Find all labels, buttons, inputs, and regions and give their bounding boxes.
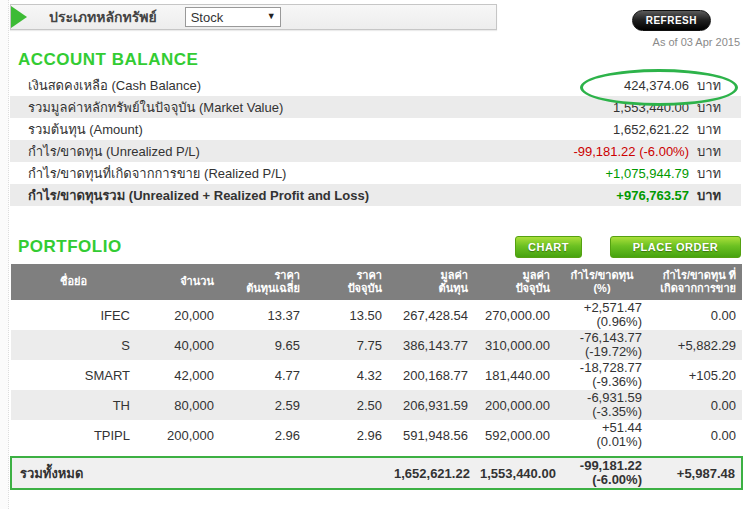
balance-row-unrealized-pl: กำไร/ขาดทุน (Unrealized P/L) -99,181.22 … <box>10 140 741 162</box>
col-header-avg-cost: ราคาต้นทุนเฉลี่ย <box>220 264 306 300</box>
cell-avg-cost: 13.37 <box>220 300 306 330</box>
security-type-select-wrap: Stock ▼ <box>185 7 281 27</box>
cell-quantity: 200,000 <box>136 420 220 450</box>
place-order-button[interactable]: PLACE ORDER <box>610 236 741 258</box>
pl-percent: (-3.35%) <box>562 405 642 419</box>
col-header-market-value: มูลค่าปัจจุบัน <box>474 264 556 300</box>
page-left-edge <box>0 0 9 509</box>
cell-current-price: 2.50 <box>306 390 388 420</box>
page: ประเภทหลักทรัพย์ Stock ▼ REFRESH As of 0… <box>10 0 741 490</box>
col-header-symbol: ชื่อย่อ <box>11 264 136 300</box>
col-header-line: ราคา <box>312 269 382 282</box>
currency-unit: บาท <box>689 97 731 118</box>
cell-market-value: 592,000.00 <box>474 420 556 450</box>
table-header-row: ชื่อย่อ จำนวน ราคาต้นทุนเฉลี่ย ราคาปัจจุ… <box>11 264 742 300</box>
pl-percent: (0.96%) <box>562 315 642 329</box>
col-header-line: ปัจจุบัน <box>480 282 550 295</box>
col-header-line: ต้นทุนเฉลี่ย <box>226 282 300 295</box>
spacer-row <box>11 450 742 457</box>
cell-avg-cost: 2.96 <box>220 420 306 450</box>
cell-current-price: 7.75 <box>306 330 388 360</box>
total-pl-pct: -99,181.22(-6.00%) <box>556 457 648 489</box>
cell-cost-value: 591,948.56 <box>388 420 474 450</box>
cell-quantity: 80,000 <box>136 390 220 420</box>
cell-symbol: S <box>11 330 136 360</box>
cell-cost-value: 267,428.54 <box>388 300 474 330</box>
cell-realized-pl: 0.00 <box>648 390 742 420</box>
table-row-s[interactable]: S 40,000 9.65 7.75 386,143.77 310,000.00… <box>11 330 742 360</box>
balance-value: +976,763.57 <box>616 188 689 203</box>
pl-amount: +51.44 <box>562 421 642 435</box>
col-header-realized-pl: กำไร/ขาดทุน ที่เกิดจากการขาย <box>648 264 742 300</box>
currency-unit: บาท <box>689 185 731 206</box>
cell-market-value: 181,440.00 <box>474 360 556 390</box>
pl-percent: (0.01%) <box>562 435 642 449</box>
cell-pl-pct: -76,143.77(-19.72%) <box>556 330 648 360</box>
col-header-pl-pct: กำไร/ขาดทุน (%) <box>556 264 648 300</box>
cell-quantity: 20,000 <box>136 300 220 330</box>
portfolio-header: PORTFOLIO CHART PLACE ORDER <box>10 236 741 258</box>
cell-avg-cost: 4.77 <box>220 360 306 390</box>
cell-current-price: 2.96 <box>306 420 388 450</box>
portfolio-title: PORTFOLIO <box>18 237 515 257</box>
col-header-line: มูลค่า <box>394 269 468 282</box>
total-cost-value: 1,652,621.22 <box>388 457 474 489</box>
cell-quantity: 42,000 <box>136 360 220 390</box>
col-header-line: มูลค่า <box>480 269 550 282</box>
cell-pl-pct: -6,931.59(-3.35%) <box>556 390 648 420</box>
cell-pl-pct: -18,728.77(-9.36%) <box>556 360 648 390</box>
balance-label: รวมต้นทุน (Amount) <box>28 119 613 140</box>
refresh-button[interactable]: REFRESH <box>632 10 711 31</box>
total-empty <box>220 457 388 489</box>
table-row-th[interactable]: TH 80,000 2.59 2.50 206,931.59 200,000.0… <box>11 390 742 420</box>
security-type-label: ประเภทหลักทรัพย์ <box>49 6 157 28</box>
cell-market-value: 200,000.00 <box>474 390 556 420</box>
balance-label: กำไร/ขาดทุน (Unrealized P/L) <box>28 141 573 162</box>
balance-label: กำไร/ขาดทุนรวม (Unrealized + Realized Pr… <box>28 185 616 206</box>
cell-pl-pct: +2,571.47(0.96%) <box>556 300 648 330</box>
currency-unit: บาท <box>689 119 731 140</box>
pl-amount: -18,728.77 <box>562 361 642 375</box>
cell-symbol: IFEC <box>11 300 136 330</box>
col-header-quantity: จำนวน <box>136 264 220 300</box>
cell-cost-value: 386,143.77 <box>388 330 474 360</box>
pl-amount: -76,143.77 <box>562 331 642 345</box>
balance-row-cash: เงินสดคงเหลือ (Cash Balance) 424,374.06 … <box>10 74 741 96</box>
table-row-ifec[interactable]: IFEC 20,000 13.37 13.50 267,428.54 270,0… <box>11 300 742 330</box>
account-balance-title: ACCOUNT BALANCE <box>18 50 741 70</box>
balance-row-amount: รวมต้นทุน (Amount) 1,652,621.22 บาท <box>10 118 741 140</box>
col-header-cost-value: มูลค่าต้นทุน <box>388 264 474 300</box>
pl-amount: +2,571.47 <box>562 301 642 315</box>
col-header-line: ต้นทุน <box>394 282 468 295</box>
total-realized-pl: +5,987.48 <box>648 457 742 489</box>
total-market-value: 1,553,440.00 <box>474 457 556 489</box>
cell-avg-cost: 9.65 <box>220 330 306 360</box>
balance-row-realized-pl: กำไร/ขาดทุนที่เกิดจากการขาย (Realized P/… <box>10 162 741 184</box>
balance-value: 1,652,621.22 <box>613 122 689 137</box>
col-header-line: กำไร/ขาดทุน (%) <box>562 269 642 295</box>
cell-market-value: 310,000.00 <box>474 330 556 360</box>
cell-symbol: TH <box>11 390 136 420</box>
green-arrow-icon <box>11 6 27 28</box>
col-header-current-price: ราคาปัจจุบัน <box>306 264 388 300</box>
security-type-select[interactable]: Stock <box>185 7 281 27</box>
cell-realized-pl: +5,882.29 <box>648 330 742 360</box>
cell-market-value: 270,000.00 <box>474 300 556 330</box>
pl-percent: (-9.36%) <box>562 375 642 389</box>
table-row-tpipl[interactable]: TPIPL 200,000 2.96 2.96 591,948.56 592,0… <box>11 420 742 450</box>
table-row-smart[interactable]: SMART 42,000 4.77 4.32 200,168.77 181,44… <box>11 360 742 390</box>
pl-amount: -99,181.22 <box>562 459 642 473</box>
col-header-line: ปัจจุบัน <box>312 282 382 295</box>
cell-avg-cost: 2.59 <box>220 390 306 420</box>
portfolio-table: ชื่อย่อ จำนวน ราคาต้นทุนเฉลี่ย ราคาปัจจุ… <box>10 264 743 490</box>
cell-realized-pl: +105.20 <box>648 360 742 390</box>
col-header-line: กำไร/ขาดทุน ที่ <box>654 269 736 282</box>
cell-symbol: SMART <box>11 360 136 390</box>
chart-button[interactable]: CHART <box>515 236 582 258</box>
cell-realized-pl: 0.00 <box>648 420 742 450</box>
total-row: รวมทั้งหมด 1,652,621.22 1,553,440.00 -99… <box>11 457 742 489</box>
balance-label: กำไร/ขาดทุนที่เกิดจากการขาย (Realized P/… <box>28 163 606 184</box>
balance-value: +1,075,944.79 <box>606 166 690 181</box>
balance-value: 1,553,440.00 <box>613 100 689 115</box>
cell-cost-value: 200,168.77 <box>388 360 474 390</box>
